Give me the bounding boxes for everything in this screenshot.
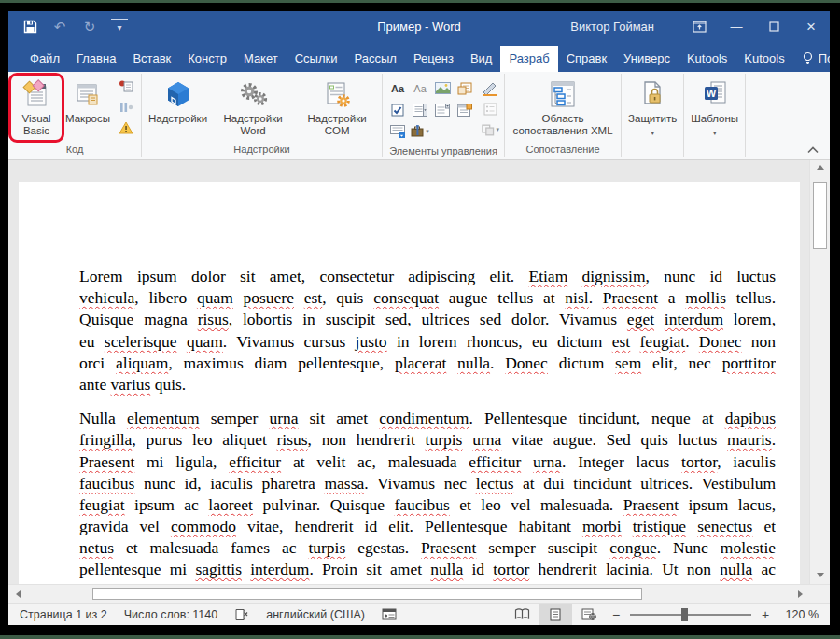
ribbon-tab[interactable]: Главна <box>68 46 124 72</box>
group-icon[interactable]: ▾ <box>481 120 499 138</box>
misspelled-word: urna <box>472 430 501 449</box>
ribbon-tab[interactable]: Ссылки <box>287 46 346 72</box>
misspelled-word: molestie <box>721 538 776 557</box>
zoom-slider-thumb[interactable] <box>681 608 688 621</box>
vertical-scrollbar-thumb[interactable] <box>813 182 827 249</box>
visual-basic-button[interactable]: Visual Basic <box>11 75 62 137</box>
protect-lock-icon <box>638 77 666 111</box>
ribbon-tab[interactable]: Реценз <box>405 46 462 72</box>
zoom-out-button[interactable]: − <box>606 607 626 622</box>
ribbon-display-options-icon[interactable] <box>680 11 718 42</box>
text-line: eu scelerisque quam. Vivamus cursus just… <box>79 331 776 353</box>
date-picker-icon[interactable] <box>455 100 475 119</box>
zoom-in-button[interactable]: + <box>755 607 776 622</box>
redo-icon[interactable]: ↻ <box>81 19 98 35</box>
checkbox-icon[interactable] <box>387 100 408 119</box>
undo-icon[interactable]: ↶ <box>51 19 68 35</box>
misspelled-word: tortor <box>493 560 529 578</box>
misspelled-word: mollis <box>685 288 726 307</box>
misspelled-word: morbi <box>582 517 622 535</box>
ribbon-tab[interactable]: Вставк <box>124 46 179 72</box>
ribbon-tab[interactable]: Разраб <box>500 46 557 72</box>
ribbon-tab[interactable]: Kutools <box>735 46 792 72</box>
misspelled-word: consequat <box>373 288 439 307</box>
page-indicator[interactable]: Страница 1 из 2 <box>20 608 107 621</box>
misspelled-word: nulla <box>430 560 463 578</box>
user-name[interactable]: Виктор Гойман <box>570 20 654 34</box>
close-button[interactable]: × <box>792 11 830 42</box>
ribbon-tab[interactable]: Универс <box>615 46 679 72</box>
maximize-button[interactable] <box>755 11 792 42</box>
print-layout-view-icon[interactable] <box>539 604 572 626</box>
protect-button[interactable]: Защитить ▾ <box>624 75 680 139</box>
ribbon-group-templates: W Шаблоны ▾ <box>684 72 745 159</box>
ribbon-tab[interactable]: Констр <box>179 46 235 72</box>
misspelled-word: fringilla <box>79 430 132 449</box>
ribbon-group-addins: Надстройки Надстройки Word Надстройки CO… <box>142 72 382 159</box>
rich-text-icon[interactable]: Aa <box>387 78 408 98</box>
misspelled-word: scelerisque <box>105 332 177 351</box>
plain-text-icon[interactable]: Aa <box>410 78 430 98</box>
legacy-tools-icon[interactable]: ▾ <box>410 121 430 141</box>
ribbon-tab[interactable]: Вид <box>462 46 501 72</box>
ribbon-tab[interactable]: Справк <box>558 46 615 72</box>
minimize-button[interactable]: — <box>718 11 755 42</box>
building-blocks-icon[interactable] <box>455 78 475 98</box>
vertical-scrollbar[interactable] <box>809 160 830 584</box>
misspelled-word: placerat <box>395 354 446 372</box>
macro-security-warning-icon[interactable] <box>117 119 135 136</box>
horizontal-scrollbar-thumb[interactable] <box>92 588 642 600</box>
read-mode-view-icon[interactable] <box>505 604 539 626</box>
collapse-ribbon-icon[interactable] <box>807 146 819 154</box>
misspelled-word: faucibus <box>394 495 449 514</box>
text-line: Nulla elementum semper urna sit amet con… <box>79 408 776 429</box>
properties-icon[interactable] <box>481 100 499 118</box>
paragraph: Lorem ipsum dolor sit amet, consectetur … <box>79 266 776 396</box>
templates-button[interactable]: W Шаблоны ▾ <box>687 75 742 139</box>
ribbon-tab[interactable]: Макет <box>235 46 287 72</box>
scroll-up-arrow[interactable] <box>810 160 830 175</box>
zoom-level[interactable]: 120 % <box>776 608 819 621</box>
combo-box-icon[interactable] <box>410 100 430 119</box>
pause-recording-icon[interactable] <box>117 99 135 116</box>
misspelled-word: dignissim <box>581 267 645 285</box>
dropdown-list-icon[interactable] <box>432 100 453 119</box>
misspelled-word: interdum <box>665 310 723 328</box>
xml-mapping-pane-button[interactable]: Область сопоставления XML <box>508 75 618 137</box>
macros-button[interactable]: Макросы <box>62 75 114 125</box>
horizontal-scroll-track[interactable] <box>27 585 791 603</box>
document-page[interactable]: Lorem ipsum dolor sit amet, consectetur … <box>19 182 800 584</box>
macro-record-status-icon[interactable] <box>382 608 397 620</box>
customize-quick-access-icon[interactable]: ▾ <box>111 19 128 35</box>
misspelled-word: feugiat <box>640 332 686 351</box>
web-layout-view-icon[interactable] <box>572 604 606 626</box>
com-addins-button[interactable]: Надстройки COM <box>295 75 379 137</box>
word-count[interactable]: Число слов: 1140 <box>124 608 218 621</box>
addins-button[interactable]: Надстройки <box>145 75 211 125</box>
misspelled-word: laoreet <box>208 495 253 514</box>
record-macro-icon[interactable] <box>117 78 135 95</box>
scroll-down-arrow[interactable] <box>810 567 830 582</box>
zoom-slider[interactable] <box>630 614 751 616</box>
ribbon-tab[interactable]: Рассыл <box>345 46 404 72</box>
status-bar: Страница 1 из 2 Число слов: 1140 английс… <box>8 603 830 625</box>
text-line: faucibus nunc id, iaculis pharetra massa… <box>79 473 776 494</box>
ribbon-tab[interactable]: Помощн <box>793 46 830 72</box>
design-mode-icon[interactable] <box>481 79 499 97</box>
ribbon-tab[interactable]: Файл <box>21 46 68 72</box>
language-indicator[interactable]: английский (США) <box>266 608 365 621</box>
misspelled-word: interdum <box>250 560 309 578</box>
misspelled-word: efficitur <box>229 452 281 471</box>
horizontal-scrollbar[interactable] <box>8 584 830 603</box>
save-icon[interactable] <box>21 19 38 35</box>
repeating-section-icon[interactable] <box>387 121 408 141</box>
misspelled-word: quam <box>197 288 233 307</box>
scroll-left-arrow[interactable] <box>8 585 27 603</box>
ribbon-tab[interactable]: Kutools <box>679 46 735 72</box>
picture-content-icon[interactable] <box>432 78 453 98</box>
scrollbar-corner <box>809 585 830 603</box>
title-bar: ↶ ↻ ▾ Пример - Word Виктор Гойман — × <box>8 11 830 42</box>
proofing-errors-icon[interactable] <box>234 608 249 621</box>
word-addins-button[interactable]: Надстройки Word <box>211 75 295 137</box>
scroll-right-arrow[interactable] <box>791 585 809 603</box>
